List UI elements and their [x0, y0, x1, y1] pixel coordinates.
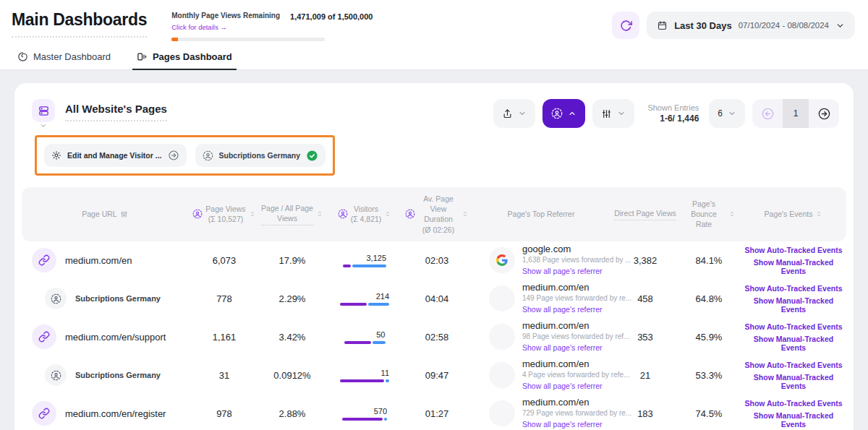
col-duration[interactable]: Av. Page View Duration (Ø 02:26) [405, 194, 469, 235]
table-header: Page URL Page Views (Σ 10,527) [22, 187, 846, 241]
shown-entries-value: 1-6/ 1,446 [647, 113, 699, 124]
visitors-bar-blue [384, 418, 387, 421]
segment-filter-button[interactable] [542, 99, 585, 128]
chevron-down-icon [835, 21, 845, 30]
bounce-rate-value: 64.8% [677, 293, 741, 304]
visitors-bar [340, 379, 389, 382]
sort-icon [815, 210, 822, 218]
col-direct-views: Direct Page Views [613, 208, 677, 220]
refresh-icon [620, 20, 632, 32]
show-manual-tracked-link[interactable]: Show Manual-Tracked Events [741, 296, 846, 314]
date-range-value: 07/10/2024 - 08/08/2024 [739, 21, 829, 30]
show-all-referrer-link[interactable]: Show all page's referrer [522, 267, 603, 275]
duration-value: 04:04 [405, 293, 469, 304]
visitors-value: 214 [376, 292, 389, 301]
share-value: 2.29% [260, 293, 324, 304]
refresh-button[interactable] [612, 12, 639, 39]
google-icon [489, 324, 515, 350]
col-events[interactable]: Page's Events [741, 209, 846, 219]
quota-progress-fill [171, 38, 177, 41]
show-manual-tracked-link[interactable]: Show Manual-Tracked Events [741, 258, 846, 275]
visitors-bar-purple [342, 418, 383, 421]
show-auto-tracked-link[interactable]: Show Auto-Tracked Events [745, 322, 843, 331]
filter-chip-label: Subcriptions Germany [219, 151, 301, 160]
direct-views-value: 21 [613, 370, 677, 381]
table-row: Subcriptions Germany 31 0.0912% 11 09:47 [14, 356, 854, 395]
show-auto-tracked-link[interactable]: Show Auto-Tracked Events [745, 361, 843, 369]
visitors-bar-blue [352, 265, 386, 267]
page-url: medium.com/en/register [65, 408, 166, 419]
calendar-icon [657, 20, 668, 31]
visitors-value: 570 [374, 407, 387, 416]
bounce-rate-value: 74.5% [677, 408, 741, 419]
card-toolbar: Shown Entries 1-6/ 1,446 6 1 [493, 99, 839, 128]
show-all-referrer-link[interactable]: Show all page's referrer [522, 305, 603, 314]
tab-pages-dashboard[interactable]: Pages Dashboard [127, 50, 242, 69]
sliders-icon [120, 210, 128, 218]
export-button[interactable] [493, 99, 535, 128]
page-title: Main Dashboards [12, 10, 147, 38]
segment-filter-chip[interactable]: Subcriptions Germany [195, 144, 326, 167]
show-all-referrer-link[interactable]: Show all page's referrer [522, 343, 603, 352]
current-page-number[interactable]: 1 [783, 99, 809, 128]
share-value: 17.9% [260, 255, 324, 266]
date-range-picker[interactable]: Last 30 Days 07/10/2024 - 08/08/2024 [647, 12, 855, 39]
quota-label: Monthly Page Views Remaining [171, 12, 280, 20]
next-page-button[interactable] [809, 99, 839, 128]
col-bounce-rate[interactable]: Page's Bounce Rate [677, 199, 741, 230]
content-area: All Website's Pages [0, 70, 868, 430]
visitors-bar-purple [340, 379, 384, 382]
chevron-down-icon [617, 109, 626, 118]
show-all-referrer-link[interactable]: Show all page's referrer [522, 420, 603, 429]
orange-highlight-box: Edit and Manage Visitor ... Subcriptions… [35, 135, 335, 176]
quota-progress-bar [171, 38, 325, 41]
show-all-referrer-link[interactable]: Show all page's referrer [522, 382, 603, 390]
show-auto-tracked-link[interactable]: Show Auto-Tracked Events [745, 246, 843, 254]
sort-icon [728, 210, 736, 218]
show-auto-tracked-link[interactable]: Show Auto-Tracked Events [745, 399, 843, 408]
show-manual-tracked-link[interactable]: Show Manual-Tracked Events [741, 411, 846, 429]
duration-value: 01:27 [405, 408, 469, 419]
prev-page-button[interactable] [752, 99, 783, 128]
user-icon [551, 108, 563, 119]
show-manual-tracked-link[interactable]: Show Manual-Tracked Events [741, 373, 846, 390]
gear-icon [51, 150, 61, 160]
arrow-right-circle-icon [168, 150, 179, 161]
show-auto-tracked-link[interactable]: Show Auto-Tracked Events [745, 284, 843, 293]
col-visitors[interactable]: Visitors (Σ 4,821) [324, 204, 405, 224]
widget-type-selector[interactable] [32, 99, 55, 129]
quota-details-link[interactable]: Click for details → [171, 23, 227, 31]
visitors-cell: 3,125 [324, 254, 405, 267]
check-circle-icon [306, 150, 318, 162]
user-icon [405, 209, 415, 219]
referrer-name: medium.com/en [522, 397, 631, 408]
quota-value: 1,471,009 of 1,500,000 [290, 12, 373, 21]
col-page-views[interactable]: Page Views (Σ 10,527) [188, 204, 260, 224]
page-size-select[interactable]: 6 [709, 99, 745, 128]
visitors-cell: 214 [324, 292, 405, 306]
user-icon [203, 150, 213, 161]
visitors-bar-purple [344, 341, 371, 344]
pages-card: All Website's Pages [14, 83, 854, 430]
page-url: medium.com/en [65, 255, 132, 266]
col-share[interactable]: Page / All Page Views [260, 203, 324, 225]
shown-entries-label: Shown Entries [647, 103, 699, 112]
page-views-value: 31 [188, 370, 260, 381]
chevron-up-icon [568, 109, 576, 118]
table-row: medium.com/en/support 1,161 3.42% 50 02:… [14, 318, 854, 356]
page-url: medium.com/en/support [65, 332, 166, 343]
table-row: medium.com/en/register 978 2.88% 570 01:… [14, 395, 854, 430]
visitors-cell: 50 [324, 330, 405, 344]
sort-icon [316, 210, 323, 218]
show-manual-tracked-link[interactable]: Show Manual-Tracked Events [741, 335, 846, 352]
visitors-value: 50 [376, 330, 385, 339]
bounce-rate-value: 45.9% [677, 332, 741, 343]
visitors-cell: 11 [324, 369, 405, 382]
col-page-url[interactable]: Page URL [22, 209, 188, 219]
edit-visitor-filter-chip[interactable]: Edit and Manage Visitor ... [44, 144, 187, 167]
shown-entries: Shown Entries 1-6/ 1,446 [647, 103, 699, 124]
visitors-bar [340, 303, 389, 306]
tab-master-dashboard[interactable]: Master Dashboard [7, 50, 121, 69]
visitors-bar-purple [343, 265, 351, 267]
columns-settings-button[interactable] [592, 99, 634, 128]
